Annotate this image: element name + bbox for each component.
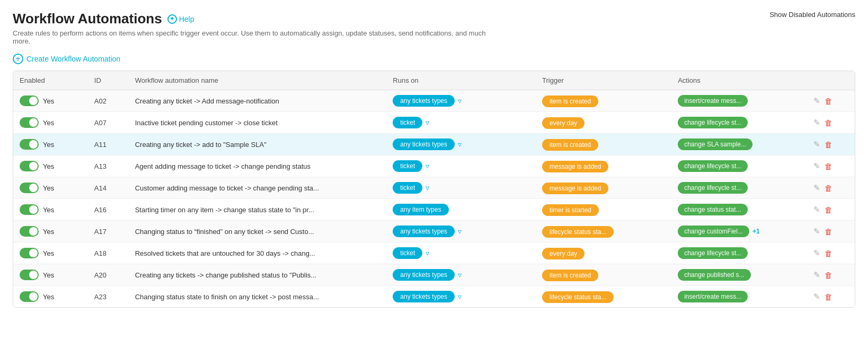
actions-cell: change lifecycle st... [678,182,801,194]
filter-icon[interactable]: ▿ [426,162,429,170]
trigger-badge: lifecycle status sta... [542,291,614,303]
actions-cell: insert/create mess... [678,291,801,302]
plus-icon: + [13,54,23,64]
title-text: Workflow Automations [13,11,162,27]
filter-icon[interactable]: ▿ [458,140,462,149]
table-row: Yes A17Changing status to “finished” on … [13,221,855,242]
runs-on-badge: ticket [393,160,422,172]
enabled-label: Yes [43,97,54,105]
row-id: A20 [88,264,129,286]
edit-icon[interactable]: ✎ [813,292,820,301]
filter-icon[interactable]: ▿ [426,249,429,257]
col-header-runson: Runs on [386,71,536,90]
enabled-cell: Yes [20,270,82,280]
edit-icon[interactable]: ✎ [813,96,820,106]
trigger-badge: message is added [542,161,608,172]
toggle-switch[interactable] [20,117,39,128]
col-header-actions: Actions [671,71,807,90]
edit-icon[interactable]: ✎ [813,205,820,214]
toggle-switch[interactable] [20,291,39,302]
runs-on-cell: any tickets types ▿ [393,269,529,281]
filter-icon[interactable]: ▿ [458,292,462,301]
enabled-cell: Yes [20,248,82,258]
actions-cell: change status stat... [678,204,801,215]
table-row: Yes A14Customer adding message to ticket… [13,177,855,199]
page-header: Workflow Automations ✦ Help Create rules… [13,11,855,45]
toggle-switch[interactable] [20,270,39,280]
edit-icon[interactable]: ✎ [813,248,820,258]
row-id: A13 [88,155,129,177]
actions-cell: change published s... [678,269,801,281]
edit-icon[interactable]: ✎ [813,270,820,280]
trigger-badge: lifecycle status sta... [542,226,614,238]
enabled-label: Yes [43,184,54,192]
delete-icon[interactable]: 🗑 [825,140,832,149]
trigger-badge: message is added [542,183,608,194]
row-id: A07 [88,112,129,134]
delete-icon[interactable]: 🗑 [825,205,832,214]
toggle-switch[interactable] [20,96,39,106]
toggle-switch[interactable] [20,161,39,171]
filter-icon[interactable]: ▿ [426,184,429,192]
filter-icon[interactable]: ▿ [426,118,429,127]
runs-on-badge: any tickets types [393,269,455,281]
edit-icon[interactable]: ✎ [813,118,820,127]
action-badge: change lifecycle st... [678,182,748,194]
delete-icon[interactable]: 🗑 [825,97,832,106]
runs-on-badge: ticket [393,117,422,128]
enabled-cell: Yes [20,117,82,128]
toggle-switch[interactable] [20,204,39,215]
page-wrapper: Workflow Automations ✦ Help Create rules… [0,0,868,318]
delete-icon[interactable]: 🗑 [825,292,832,301]
delete-icon[interactable]: 🗑 [825,249,832,258]
delete-icon[interactable]: 🗑 [825,184,832,193]
show-disabled-button[interactable]: Show Disabled Automations [769,11,855,19]
delete-icon[interactable]: 🗑 [825,162,832,171]
table-row: Yes A02Creating any ticket -> Add messag… [13,90,855,112]
delete-icon[interactable]: 🗑 [825,227,832,236]
toggle-switch[interactable] [20,183,39,193]
enabled-label: Yes [43,119,54,127]
action-badge: change lifecycle st... [678,160,748,172]
row-actions: ✎ 🗑 [813,227,848,236]
row-name: Inactive ticket pending customer -> clos… [129,112,387,134]
filter-icon[interactable]: ▿ [458,271,462,279]
actions-cell: change customFiel... +1 [678,226,801,237]
row-name: Changing status state to finish on any t… [129,286,387,308]
table-row: Yes A23Changing status state to finish o… [13,286,855,308]
trigger-cell: timer is started [536,199,671,221]
edit-icon[interactable]: ✎ [813,183,820,193]
toggle-switch[interactable] [20,248,39,258]
table-row: Yes A11Creating any ticket -> add to "Sa… [13,134,855,155]
row-name: Changing status to “finished” on any tic… [129,221,387,242]
filter-icon[interactable]: ▿ [458,227,462,236]
row-id: A14 [88,177,129,199]
toggle-switch[interactable] [20,139,39,150]
edit-icon[interactable]: ✎ [813,227,820,236]
table-row: Yes A07Inactive ticket pending customer … [13,112,855,134]
runs-on-cell: any tickets types ▿ [393,95,529,107]
action-badge: change published s... [678,269,750,281]
create-btn-row: + Create Workflow Automation [13,54,855,64]
edit-icon[interactable]: ✎ [813,161,820,171]
row-id: A16 [88,199,129,221]
edit-icon[interactable]: ✎ [813,140,820,149]
trigger-cell: message is added [536,177,671,199]
enabled-cell: Yes [20,139,82,150]
trigger-badge: timer is started [542,204,599,216]
runs-on-badge: any tickets types [393,291,455,302]
help-link[interactable]: ✦ Help [167,14,194,24]
trigger-cell: item is created [536,134,671,155]
runs-on-cell: ticket ▿ [393,160,529,172]
delete-icon[interactable]: 🗑 [825,118,832,127]
table-row: Yes A18Resolved tickets that are untouch… [13,242,855,264]
delete-icon[interactable]: 🗑 [825,271,832,280]
trigger-cell: every day [536,112,671,134]
filter-icon[interactable]: ▿ [458,97,462,105]
toggle-switch[interactable] [20,226,39,237]
trigger-cell: message is added [536,155,671,177]
trigger-badge: every day [542,117,584,129]
create-workflow-button[interactable]: + Create Workflow Automation [13,54,120,64]
help-icon: ✦ [167,14,177,24]
trigger-cell: every day [536,242,671,264]
